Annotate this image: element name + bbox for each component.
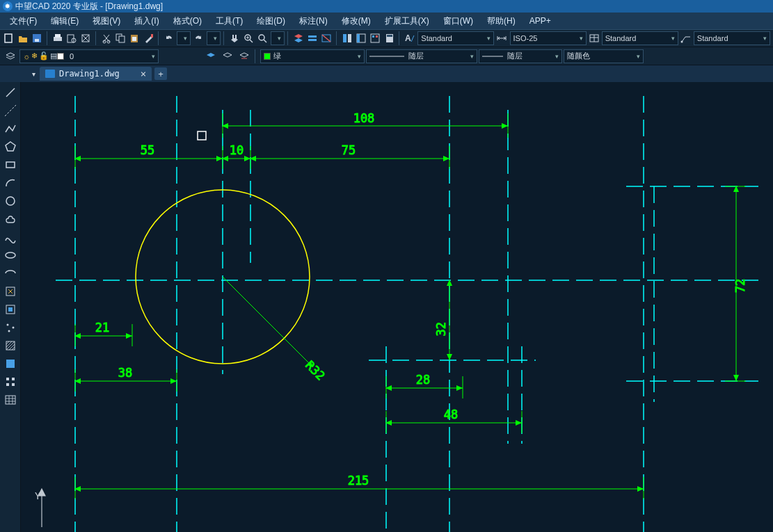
sun-icon: ❄ — [31, 51, 38, 61]
undo-dropdown[interactable]: ▾ — [177, 31, 191, 45]
layer-dropdown[interactable]: ☼ ❄ 🔓 ▤ 0 ▾ — [19, 49, 159, 63]
makeblock-icon[interactable] — [3, 302, 18, 317]
menu-ext[interactable]: 扩展工具(X) — [378, 13, 436, 29]
menu-file[interactable]: 文件(F) — [3, 13, 44, 29]
menu-format[interactable]: 格式(O) — [166, 13, 209, 29]
table-icon[interactable] — [3, 392, 18, 408]
dimstyle-icon[interactable] — [495, 31, 508, 46]
plotstyle-dropdown[interactable]: 随颜色 ▾ — [564, 49, 644, 63]
print-preview-icon[interactable] — [65, 31, 78, 46]
dim-108: 108 — [353, 111, 375, 125]
arc-icon[interactable] — [3, 175, 18, 191]
menu-draw[interactable]: 绘图(D) — [250, 13, 292, 29]
tab-drawing1[interactable]: Drawing1.dwg × — [40, 67, 152, 81]
zoom-dropdown[interactable]: ▾ — [271, 31, 285, 45]
designcenter-icon[interactable] — [355, 31, 367, 46]
point-icon[interactable] — [3, 320, 18, 335]
file-icon — [45, 70, 55, 78]
tab-prev-icon[interactable]: ▾ — [32, 70, 35, 78]
print-layer-icon: ▤ — [50, 51, 57, 61]
region-icon[interactable] — [3, 374, 18, 389]
xline-icon[interactable] — [3, 103, 18, 118]
layerfrz-icon[interactable] — [237, 49, 252, 64]
close-icon[interactable]: × — [141, 68, 146, 79]
matchprop-icon[interactable] — [143, 31, 155, 46]
cursor-pickbox — [198, 131, 206, 140]
menu-tools[interactable]: 工具(T) — [209, 13, 250, 29]
menu-help[interactable]: 帮助(H) — [480, 13, 523, 29]
layer-manager-icon[interactable] — [3, 49, 18, 64]
publish-icon[interactable] — [79, 31, 92, 46]
redo-icon[interactable] — [192, 31, 205, 46]
new-tab-button[interactable]: + — [154, 67, 167, 80]
svg-rect-11 — [119, 36, 125, 42]
svg-rect-14 — [151, 34, 153, 38]
color-swatch — [264, 53, 271, 60]
layeron-icon[interactable] — [220, 49, 235, 64]
mleaderstyle-dropdown[interactable]: Standard▾ — [694, 31, 770, 45]
line-icon[interactable] — [3, 85, 18, 100]
menu-app[interactable]: APP+ — [523, 14, 558, 28]
svg-rect-4 — [55, 34, 61, 38]
save-icon[interactable] — [31, 31, 43, 46]
tablestyle-icon[interactable] — [588, 31, 600, 46]
polyline-icon[interactable] — [3, 121, 18, 136]
polygon-icon[interactable] — [3, 139, 18, 154]
undo-icon[interactable] — [163, 31, 175, 46]
spline-icon[interactable] — [3, 229, 18, 245]
ellipsearc-icon[interactable] — [3, 266, 18, 281]
tablestyle-dropdown[interactable]: Standard▾ — [602, 31, 678, 45]
layer-state-icon[interactable] — [306, 31, 319, 46]
layeriso-icon[interactable] — [203, 49, 218, 64]
menu-edit[interactable]: 编辑(E) — [44, 13, 86, 29]
rectangle-icon[interactable] — [3, 157, 18, 172]
svg-rect-42 — [8, 307, 13, 312]
layer-props-icon[interactable] — [292, 31, 305, 46]
insertblock-icon[interactable] — [3, 284, 18, 299]
app-title: 中望CAD 2020 专业版 - [Drawing1.dwg] — [15, 1, 163, 13]
menu-insert[interactable]: 插入(I) — [127, 13, 166, 29]
zoom-realtime-icon[interactable] — [242, 31, 255, 46]
layer-off-icon[interactable] — [320, 31, 333, 46]
lineweight-value: 随层 — [507, 51, 523, 61]
props-icon[interactable] — [341, 31, 353, 46]
zoom-window-icon[interactable] — [256, 31, 269, 46]
mleaderstyle-icon[interactable] — [680, 31, 692, 46]
menu-modify[interactable]: 修改(M) — [335, 13, 378, 29]
bulb-icon: ☼ — [23, 52, 30, 61]
textstyle-icon[interactable]: A — [404, 31, 416, 46]
toolpalette-icon[interactable] — [369, 31, 381, 46]
linetype-dropdown[interactable]: 随层 ▾ — [366, 49, 477, 63]
copy-icon[interactable] — [114, 31, 127, 46]
pan-icon[interactable] — [228, 31, 241, 46]
print-icon[interactable] — [51, 31, 64, 46]
cut-icon[interactable] — [100, 31, 113, 46]
svg-marker-36 — [6, 142, 15, 151]
lineweight-dropdown[interactable]: 随层 ▾ — [479, 49, 562, 63]
ellipse-icon[interactable] — [3, 248, 18, 263]
gradient-icon[interactable] — [3, 356, 18, 371]
svg-rect-17 — [308, 35, 317, 38]
dimstyle-dropdown[interactable]: ISO-25▾ — [510, 31, 587, 45]
svg-point-16 — [259, 35, 264, 40]
open-icon[interactable] — [17, 31, 29, 46]
menu-dim[interactable]: 标注(N) — [292, 13, 335, 29]
paste-icon[interactable] — [128, 31, 141, 46]
dim-55: 55 — [141, 143, 154, 157]
redo-dropdown[interactable]: ▾ — [207, 31, 221, 45]
new-icon[interactable] — [3, 31, 15, 46]
toolbar-standard: ▾ ▾ ▾ A Standard▾ ISO-25▾ Standard▾ Stan… — [0, 29, 773, 47]
menu-view[interactable]: 视图(V) — [86, 13, 127, 29]
calculator-icon[interactable] — [383, 31, 396, 46]
svg-point-31 — [680, 41, 683, 43]
dim-10: 10 — [230, 143, 244, 157]
menu-window[interactable]: 窗口(W) — [436, 13, 480, 29]
lock-icon: 🔓 — [39, 51, 49, 61]
color-dropdown[interactable]: 绿 ▾ — [260, 49, 365, 63]
hatch-icon[interactable] — [3, 338, 18, 353]
revcloud-icon[interactable] — [3, 211, 18, 227]
circle-icon[interactable] — [3, 193, 18, 209]
textstyle-dropdown[interactable]: Standard▾ — [417, 31, 494, 45]
svg-rect-48 — [6, 378, 9, 380]
drawing-canvas[interactable]: 108 55 10 75 21 — [21, 82, 773, 532]
